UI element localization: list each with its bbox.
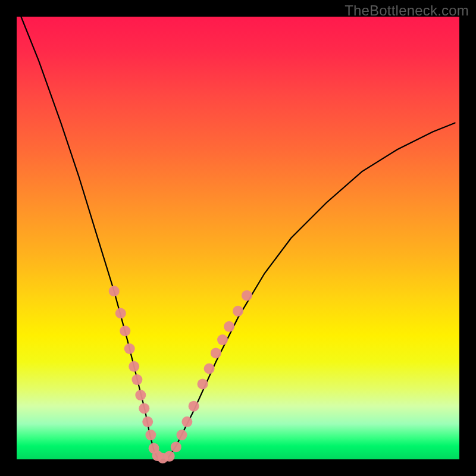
highlight-point — [124, 343, 135, 354]
highlight-point — [224, 321, 234, 332]
highlight-point — [233, 306, 243, 317]
chart-svg — [17, 17, 459, 459]
highlight-point — [211, 347, 221, 358]
highlight-point — [204, 364, 215, 374]
highlight-point — [129, 361, 139, 372]
chart-frame: TheBottleneck.com — [0, 0, 476, 476]
highlight-point — [164, 451, 175, 462]
highlight-point — [177, 430, 187, 440]
highlight-point — [171, 441, 181, 452]
highlight-point — [198, 379, 208, 390]
plot-area — [17, 17, 459, 459]
highlight-point — [115, 308, 126, 319]
highlight-point — [242, 290, 252, 301]
highlight-point — [139, 403, 149, 414]
highlight-point — [181, 416, 192, 427]
highlight-point — [131, 374, 142, 385]
watermark-text: TheBottleneck.com — [345, 2, 469, 19]
highlight-point — [120, 325, 130, 336]
curve-layer — [21, 17, 455, 459]
highlight-point — [142, 416, 153, 427]
highlight-point — [145, 430, 156, 440]
highlight-point — [217, 334, 228, 345]
marker-layer — [109, 286, 252, 464]
highlight-point — [189, 401, 199, 412]
highlight-point — [135, 390, 146, 400]
highlight-point — [109, 286, 120, 296]
bottleneck-curve — [21, 17, 455, 459]
